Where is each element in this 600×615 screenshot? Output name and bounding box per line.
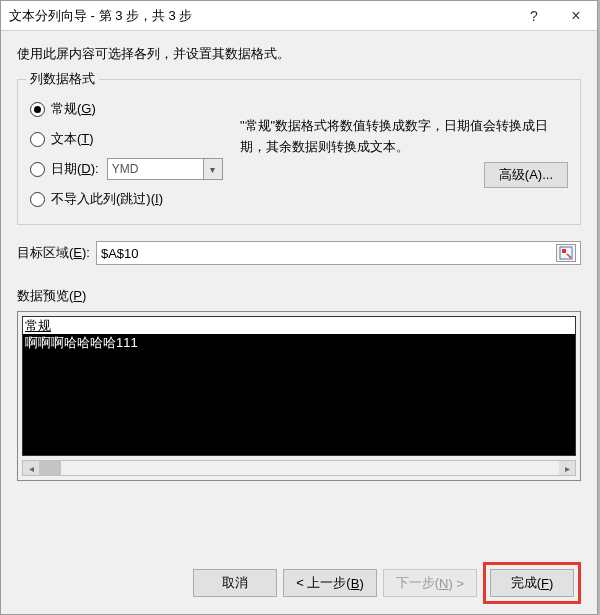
radio-skip-label: 不导入此列(跳过)(I) — [51, 190, 163, 208]
destination-label: 目标区域(E): — [17, 244, 90, 262]
close-button[interactable]: × — [555, 1, 597, 31]
preview-column-header: 常规 — [23, 317, 575, 335]
finish-highlight: 完成(F) — [483, 562, 581, 604]
scroll-track[interactable] — [39, 461, 559, 475]
radio-skip[interactable]: 不导入此列(跳过)(I) — [30, 184, 230, 214]
preview-label: 数据预览(P) — [17, 287, 581, 305]
dialog-footer: 取消 < 上一步(B) 下一步(N) > 完成(F) — [193, 562, 581, 604]
advanced-button[interactable]: 高级(A)... — [484, 162, 568, 188]
column-format-group: 列数据格式 常规(G) 文本(T) — [17, 79, 581, 225]
date-format-select[interactable]: YMD ▾ — [107, 158, 223, 180]
window-title: 文本分列向导 - 第 3 步，共 3 步 — [9, 7, 513, 25]
next-button: 下一步(N) > — [383, 569, 477, 597]
svg-rect-1 — [562, 249, 566, 253]
preview-hscrollbar[interactable]: ◂ ▸ — [22, 460, 576, 476]
preview-area: 常规 啊啊啊哈哈哈哈111 ◂ ▸ — [17, 311, 581, 481]
radio-column: 常规(G) 文本(T) 日期(D): — [30, 94, 230, 214]
scroll-left-icon[interactable]: ◂ — [23, 461, 39, 475]
radio-general[interactable]: 常规(G) — [30, 94, 230, 124]
radio-text[interactable]: 文本(T) — [30, 124, 230, 154]
group-legend: 列数据格式 — [26, 70, 99, 88]
radio-icon — [30, 192, 45, 207]
help-button[interactable]: ? — [513, 1, 555, 31]
dialog-body: 使用此屏内容可选择各列，并设置其数据格式。 列数据格式 常规(G) 文本(T) — [1, 31, 597, 493]
scroll-thumb[interactable] — [39, 461, 61, 475]
radio-general-label: 常规(G) — [51, 100, 96, 118]
destination-value: $A$10 — [101, 246, 556, 261]
preview-column-body: 啊啊啊哈哈哈哈111 — [23, 335, 575, 455]
date-format-value: YMD — [107, 158, 203, 180]
preview-grid[interactable]: 常规 啊啊啊哈哈哈哈111 — [22, 316, 576, 456]
titlebar: 文本分列向导 - 第 3 步，共 3 步 ? × — [1, 1, 597, 31]
back-button[interactable]: < 上一步(B) — [283, 569, 377, 597]
instruction-text: 使用此屏内容可选择各列，并设置其数据格式。 — [17, 45, 581, 63]
destination-row: 目标区域(E): $A$10 — [17, 241, 581, 265]
finish-button[interactable]: 完成(F) — [490, 569, 574, 597]
radio-icon — [30, 132, 45, 147]
scroll-right-icon[interactable]: ▸ — [559, 461, 575, 475]
chevron-down-icon[interactable]: ▾ — [203, 158, 223, 180]
radio-date-label: 日期(D): — [51, 160, 99, 178]
format-description: "常规"数据格式将数值转换成数字，日期值会转换成日期，其余数据则转换成文本。 — [240, 116, 568, 158]
radio-text-label: 文本(T) — [51, 130, 94, 148]
destination-input[interactable]: $A$10 — [96, 241, 581, 265]
radio-icon — [30, 162, 45, 177]
cancel-button[interactable]: 取消 — [193, 569, 277, 597]
preview-row: 啊啊啊哈哈哈哈111 — [25, 335, 573, 352]
wizard-dialog: 文本分列向导 - 第 3 步，共 3 步 ? × 使用此屏内容可选择各列，并设置… — [0, 0, 598, 615]
radio-date[interactable]: 日期(D): YMD ▾ — [30, 154, 230, 184]
format-description-area: "常规"数据格式将数值转换成数字，日期值会转换成日期，其余数据则转换成文本。 高… — [230, 94, 568, 214]
radio-icon — [30, 102, 45, 117]
range-picker-icon[interactable] — [556, 244, 576, 262]
